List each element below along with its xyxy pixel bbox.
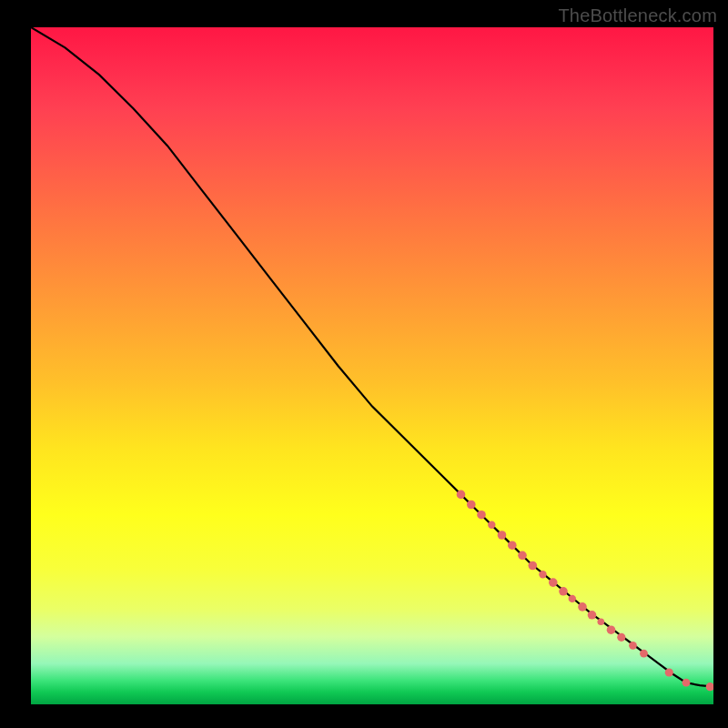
watermark-link[interactable]: TheBottleneck.com (558, 5, 717, 25)
plot-area (31, 27, 713, 704)
watermark: TheBottleneck.com (558, 5, 717, 26)
chart-stage: TheBottleneck.com (0, 0, 728, 728)
